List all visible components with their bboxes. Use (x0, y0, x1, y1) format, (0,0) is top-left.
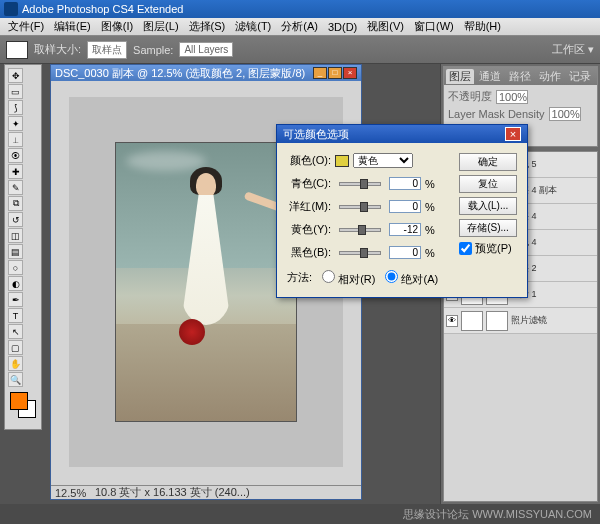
zoom-field[interactable]: 12.5% (55, 487, 95, 499)
slider-value[interactable] (389, 223, 421, 236)
slider-label: 洋红(M): (287, 199, 331, 214)
shape-tool-icon[interactable]: ▢ (8, 340, 23, 355)
lasso-tool-icon[interactable]: ⟆ (8, 100, 23, 115)
hand-tool-icon[interactable]: ✋ (8, 356, 23, 371)
save-button[interactable]: 存储(S)... (459, 219, 517, 237)
menu-window[interactable]: 窗口(W) (410, 19, 458, 34)
slider-track[interactable] (339, 228, 381, 232)
panel-tabs: 图层 通道 路径 动作 记录 (444, 67, 597, 85)
menu-edit[interactable]: 编辑(E) (50, 19, 95, 34)
watermark-bar: 思缘设计论坛 WWW.MISSYUAN.COM (0, 504, 600, 524)
eyedropper-tool-icon[interactable]: ⦿ (8, 148, 23, 163)
workspace-switcher[interactable]: 工作区 ▾ (552, 42, 594, 57)
menu-filter[interactable]: 滤镜(T) (231, 19, 275, 34)
dialog-titlebar[interactable]: 可选颜色选项 × (277, 125, 527, 143)
slider-row: 洋红(M): % (287, 199, 437, 214)
menu-view[interactable]: 视图(V) (363, 19, 408, 34)
history-tool-icon[interactable]: ↺ (8, 212, 23, 227)
photo-content (115, 142, 297, 422)
tab-actions[interactable]: 动作 (536, 69, 564, 84)
slider-label: 黑色(B): (287, 245, 331, 260)
slider-value[interactable] (389, 177, 421, 190)
opacity-field[interactable]: 100% (496, 90, 528, 104)
ok-button[interactable]: 确定 (459, 153, 517, 171)
menu-select[interactable]: 选择(S) (185, 19, 230, 34)
cancel-button[interactable]: 复位 (459, 175, 517, 193)
blur-tool-icon[interactable]: ○ (8, 260, 23, 275)
tab-layers[interactable]: 图层 (446, 69, 474, 84)
slider-track[interactable] (339, 251, 381, 255)
stamp-tool-icon[interactable]: ⧉ (8, 196, 23, 211)
menu-image[interactable]: 图像(I) (97, 19, 137, 34)
brush-tool-icon[interactable]: ✎ (8, 180, 23, 195)
opacity-label: 不透明度 (448, 89, 492, 104)
crop-tool-icon[interactable]: ⟂ (8, 132, 23, 147)
minimize-icon[interactable]: _ (313, 67, 327, 79)
work-area: ✥ ▭ ⟆ ✦ ⟂ ⦿ ✚ ✎ ⧉ ↺ ◫ ▤ ○ ◐ ✒ T ↖ ▢ ✋ 🔍 … (0, 64, 600, 504)
dialog-close-icon[interactable]: × (505, 127, 521, 141)
type-tool-icon[interactable]: T (8, 308, 23, 323)
slider-value[interactable] (389, 200, 421, 213)
menu-layer[interactable]: 图层(L) (139, 19, 182, 34)
foreground-color[interactable] (10, 392, 28, 410)
gradient-tool-icon[interactable]: ▤ (8, 244, 23, 259)
zoom-tool-icon[interactable]: 🔍 (8, 372, 23, 387)
menu-help[interactable]: 帮助(H) (460, 19, 505, 34)
tab-history[interactable]: 记录 (566, 69, 594, 84)
color-swatches (8, 392, 38, 426)
sample-size-field[interactable]: 取样点 (87, 41, 127, 59)
sample-layers-field[interactable]: All Layers (179, 42, 233, 57)
density-field[interactable]: 100% (549, 107, 581, 121)
slider-track[interactable] (339, 205, 381, 209)
watermark-text: 思缘设计论坛 WWW.MISSYUAN.COM (403, 507, 592, 522)
load-button[interactable]: 载入(L)... (459, 197, 517, 215)
app-titlebar: Adobe Photoshop CS4 Extended (0, 0, 600, 18)
slider-value[interactable] (389, 246, 421, 259)
color-swatch-icon (335, 155, 349, 167)
document-titlebar[interactable]: DSC_0030 副本 @ 12.5% (选取颜色 2, 图层蒙版/8) _ □… (51, 65, 361, 81)
layer-name[interactable]: 照片滤镜 (511, 314, 595, 327)
slider-row: 黑色(B): % (287, 245, 437, 260)
document-statusbar: 12.5% 10.8 英寸 x 16.133 英寸 (240...) (51, 485, 361, 499)
maximize-icon[interactable]: □ (328, 67, 342, 79)
wand-tool-icon[interactable]: ✦ (8, 116, 23, 131)
app-title: Adobe Photoshop CS4 Extended (22, 3, 183, 15)
eraser-tool-icon[interactable]: ◫ (8, 228, 23, 243)
color-select[interactable]: 黄色 (353, 153, 413, 168)
close-icon[interactable]: × (343, 67, 357, 79)
slider-track[interactable] (339, 182, 381, 186)
preview-checkbox[interactable]: 预览(P) (459, 241, 517, 256)
dodge-tool-icon[interactable]: ◐ (8, 276, 23, 291)
tab-paths[interactable]: 路径 (506, 69, 534, 84)
visibility-icon[interactable]: 👁 (446, 315, 458, 327)
percent-label: % (425, 178, 437, 190)
density-label: Layer Mask Density (448, 108, 545, 120)
heal-tool-icon[interactable]: ✚ (8, 164, 23, 179)
relative-radio[interactable]: 相对(R) (322, 270, 375, 287)
path-tool-icon[interactable]: ↖ (8, 324, 23, 339)
layer-thumbnail[interactable] (461, 311, 483, 331)
document-title: DSC_0030 副本 @ 12.5% (选取颜色 2, 图层蒙版/8) (55, 66, 305, 81)
menu-bar: 文件(F) 编辑(E) 图像(I) 图层(L) 选择(S) 滤镜(T) 分析(A… (0, 18, 600, 36)
layer-row[interactable]: 👁 照片滤镜 (444, 308, 597, 334)
sample-label: Sample: (133, 44, 173, 56)
marquee-tool-icon[interactable]: ▭ (8, 84, 23, 99)
toolbox: ✥ ▭ ⟆ ✦ ⟂ ⦿ ✚ ✎ ⧉ ↺ ◫ ▤ ○ ◐ ✒ T ↖ ▢ ✋ 🔍 (4, 64, 42, 430)
dialog-title: 可选颜色选项 (283, 127, 349, 142)
eyedropper-icon[interactable] (6, 41, 28, 59)
pen-tool-icon[interactable]: ✒ (8, 292, 23, 307)
menu-file[interactable]: 文件(F) (4, 19, 48, 34)
menu-analysis[interactable]: 分析(A) (277, 19, 322, 34)
move-tool-icon[interactable]: ✥ (8, 68, 23, 83)
method-label: 方法: (287, 270, 312, 287)
absolute-radio[interactable]: 绝对(A) (385, 270, 438, 287)
options-bar: 取样大小: 取样点 Sample: All Layers 工作区 ▾ (0, 36, 600, 64)
tab-channels[interactable]: 通道 (476, 69, 504, 84)
color-label: 颜色(O): (287, 153, 331, 168)
slider-label: 青色(C): (287, 176, 331, 191)
percent-label: % (425, 224, 437, 236)
mask-thumbnail[interactable] (486, 311, 508, 331)
selective-color-dialog: 可选颜色选项 × 颜色(O): 黄色 青色(C): %洋红(M): %黄色(Y)… (276, 124, 528, 298)
percent-label: % (425, 201, 437, 213)
menu-3d[interactable]: 3D(D) (324, 21, 361, 33)
